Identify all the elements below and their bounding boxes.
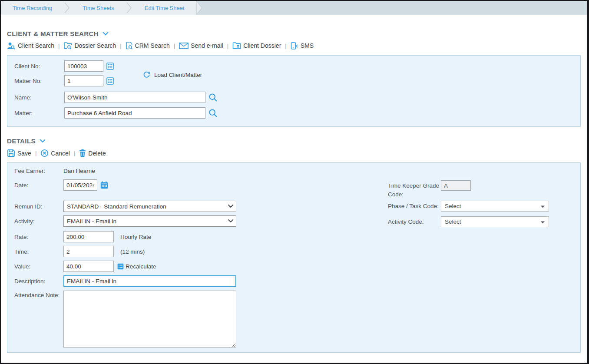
activity-select[interactable]: EMAILIN - Email in [63, 215, 236, 227]
send-email-icon [179, 43, 189, 49]
details-toolbar: Save | Cancel | Dele [7, 149, 581, 157]
triangle-down-icon [541, 221, 545, 224]
chevron-down-icon [103, 32, 109, 36]
time-input[interactable] [63, 246, 114, 257]
date-row: Date: [14, 179, 580, 191]
activity-label: Activity: [14, 218, 63, 225]
rate-row: Rate: Hourly Rate [14, 231, 580, 242]
client-matter-toolbar: Client Search | Dossier Search | [7, 42, 581, 50]
rate-label: Rate: [14, 234, 63, 240]
client-no-row: Client No: [14, 60, 580, 72]
recalculate-icon [117, 263, 124, 270]
details-panel: Fee Earner: Dan Hearne Date: [7, 162, 581, 353]
fee-earner-value: Dan Hearne [63, 168, 95, 174]
remun-id-label: Remun ID: [14, 203, 63, 210]
cancel-button[interactable]: Cancel [40, 149, 70, 157]
time-keeper-grade-code-label: Time Keeper Grade Code: [388, 180, 441, 199]
attendance-note-textarea[interactable] [63, 291, 236, 347]
matter-label: Matter: [14, 110, 64, 116]
sms-icon [291, 42, 298, 50]
matter-search-icon[interactable] [208, 109, 218, 118]
name-input[interactable] [64, 92, 205, 103]
matter-no-input[interactable] [64, 75, 103, 86]
breadcrumb-time-sheets[interactable]: Time Sheets [71, 1, 126, 15]
breadcrumb-edit-time-sheet[interactable]: Edit Time Sheet [133, 1, 196, 15]
attendance-note-label: Attendance Note: [14, 291, 63, 298]
refresh-icon [143, 71, 150, 79]
breadcrumb-time-recording[interactable]: Time Recording [1, 1, 64, 15]
value-label: Value: [14, 263, 63, 270]
date-label: Date: [14, 182, 63, 189]
breadcrumb-chevron-icon [126, 1, 133, 15]
delete-icon [79, 149, 86, 157]
breadcrumb: Time Recording Time Sheets Edit Time She… [1, 1, 587, 15]
value-row: Value: Recalculate [14, 261, 580, 272]
delete-button[interactable]: Delete [79, 149, 106, 157]
triangle-down-icon [541, 205, 545, 208]
chevron-down-icon [228, 219, 233, 223]
matter-no-label: Matter No: [14, 78, 64, 84]
chevron-down-icon [40, 139, 46, 143]
edit-time-sheet-window: Time Recording Time Sheets Edit Time She… [0, 0, 589, 364]
client-matter-search-title: CLIENT & MATTER SEARCH [7, 30, 99, 37]
load-client-matter-button[interactable]: Load Client/Matter [143, 71, 202, 79]
breadcrumb-chevron-icon [64, 1, 71, 15]
save-icon [7, 149, 15, 157]
dossier-search-button[interactable]: Dossier Search [63, 42, 116, 50]
chevron-down-icon [228, 205, 233, 208]
crm-search-icon [126, 42, 133, 50]
time-label: Time: [14, 248, 63, 255]
activity-code-dropdown[interactable]: Select [441, 216, 549, 227]
client-search-icon [7, 42, 16, 50]
send-email-button[interactable]: Send e-mail [179, 42, 223, 49]
cancel-icon [40, 149, 49, 157]
fee-earner-label: Fee Earner: [14, 168, 63, 174]
activity-code-row: Activity Code: Select [388, 216, 549, 227]
name-row: Name: [14, 92, 580, 103]
remun-id-select[interactable]: STANDARD - Standard Remuneration [63, 201, 236, 212]
phase-task-code-dropdown[interactable]: Select [441, 201, 549, 212]
description-input[interactable] [63, 275, 236, 287]
attendance-note-row: Attendance Note: [14, 291, 580, 347]
details-header[interactable]: DETAILS [7, 137, 581, 145]
client-no-input[interactable] [64, 60, 103, 72]
matter-no-row: Matter No: [14, 75, 580, 86]
client-dossier-button[interactable]: Client Dossier [232, 42, 281, 49]
save-button[interactable]: Save [7, 149, 31, 157]
details-title: DETAILS [7, 137, 36, 145]
recalculate-button[interactable]: Recalculate [117, 263, 156, 270]
description-row: Description: [14, 275, 580, 287]
time-suffix: (12 mins) [120, 248, 145, 255]
sms-button[interactable]: SMS [291, 42, 314, 50]
matter-row: Matter: [14, 107, 580, 119]
client-dossier-icon [232, 42, 241, 49]
date-input[interactable] [63, 179, 97, 191]
calendar-icon[interactable] [100, 181, 108, 189]
client-search-button[interactable]: Client Search [7, 42, 54, 50]
client-no-label: Client No: [14, 63, 64, 69]
name-search-icon[interactable] [208, 93, 218, 102]
client-no-list-icon[interactable] [106, 63, 114, 70]
crm-search-button[interactable]: CRM Search [126, 42, 170, 50]
value-input[interactable] [63, 261, 114, 272]
matter-no-list-icon[interactable] [106, 77, 114, 85]
rate-input[interactable] [63, 231, 114, 242]
fee-earner-row: Fee Earner: Dan Hearne [14, 168, 580, 174]
matter-input[interactable] [64, 107, 205, 119]
client-matter-panel: Client No: Matter No: [7, 55, 581, 127]
phase-task-code-row: Phase / Task Code: Select [388, 201, 549, 212]
breadcrumb-end-arrow [196, 1, 204, 15]
dossier-search-icon [63, 42, 72, 50]
time-row: Time: (12 mins) [14, 246, 580, 257]
activity-code-label: Activity Code: [388, 216, 441, 226]
time-keeper-grade-code-row: Time Keeper Grade Code: [388, 180, 471, 199]
phase-task-code-label: Phase / Task Code: [388, 201, 441, 211]
name-label: Name: [14, 94, 64, 101]
client-matter-search-header[interactable]: CLIENT & MATTER SEARCH [7, 30, 581, 37]
rate-suffix: Hourly Rate [120, 234, 151, 240]
description-label: Description: [14, 278, 63, 285]
time-keeper-grade-code-input [441, 180, 471, 191]
